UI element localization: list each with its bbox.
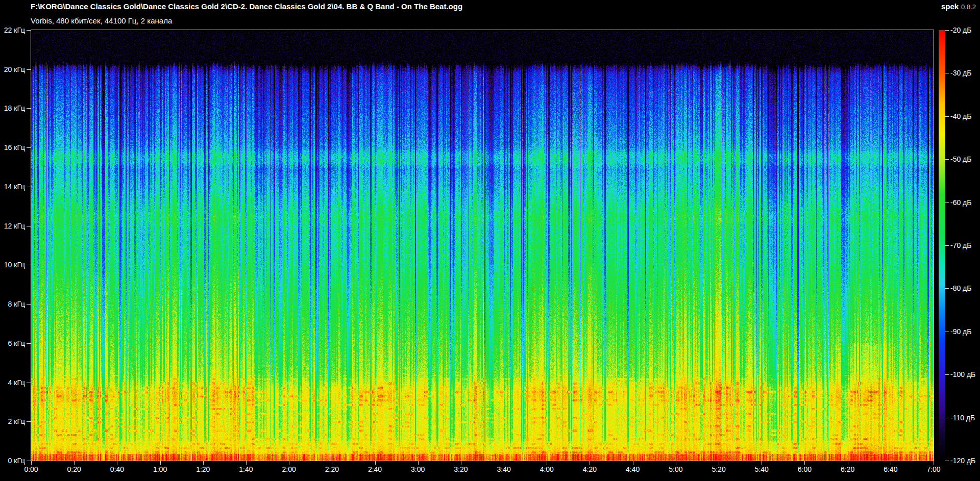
- legend-tick-label: -110 дБ: [950, 414, 975, 422]
- time-tick-label: 4:40: [617, 465, 649, 473]
- legend-tick-mark: [945, 73, 949, 73]
- time-tick-mark: [375, 461, 376, 465]
- time-tick-mark: [891, 461, 891, 465]
- freq-tick-mark: [27, 421, 31, 422]
- app-brand: spek0.8.2: [941, 2, 976, 11]
- legend-tick-label: -40 дБ: [950, 112, 971, 120]
- freq-tick-mark: [27, 304, 31, 305]
- freq-tick-label: 10 кГц: [0, 261, 25, 269]
- time-tick-mark: [762, 461, 762, 465]
- legend-tick-mark: [945, 202, 949, 203]
- legend-tick-mark: [945, 418, 949, 418]
- time-tick-mark: [203, 461, 204, 465]
- file-path-title: F:\KORG\Dance Classics Gold\Dance Classi…: [31, 2, 462, 11]
- legend-tick-label: -20 дБ: [950, 26, 971, 34]
- time-tick-label: 4:20: [573, 465, 606, 473]
- legend-tick-label: -80 дБ: [950, 284, 971, 292]
- time-tick-label: 0:00: [15, 465, 47, 473]
- time-tick-label: 3:40: [487, 465, 520, 473]
- time-tick-label: 0:20: [58, 465, 90, 473]
- colorbar: [939, 30, 945, 461]
- freq-tick-label: 6 кГц: [0, 339, 25, 347]
- time-tick-mark: [31, 461, 32, 465]
- time-tick-mark: [590, 461, 590, 465]
- legend-tick-label: -50 дБ: [950, 155, 971, 163]
- freq-tick-label: 18 кГц: [0, 104, 25, 112]
- time-tick-mark: [418, 461, 419, 465]
- legend-tick-mark: [945, 116, 949, 117]
- time-tick-mark: [504, 461, 504, 465]
- time-tick-mark: [804, 461, 805, 465]
- freq-tick-mark: [27, 265, 31, 265]
- time-tick-mark: [547, 461, 547, 465]
- time-tick-label: 6:00: [788, 465, 821, 473]
- time-tick-mark: [848, 461, 848, 465]
- freq-tick-label: 8 кГц: [0, 300, 25, 308]
- stream-info: Vorbis, 480 кбит/сек, 44100 Гц, 2 канала: [31, 16, 172, 25]
- freq-tick-mark: [27, 30, 31, 31]
- time-tick-mark: [934, 461, 934, 465]
- freq-tick-label: 2 кГц: [0, 417, 25, 425]
- legend-tick-label: -100 дБ: [950, 370, 975, 378]
- app-name: spek: [941, 2, 959, 11]
- legend-tick-label: -30 дБ: [950, 69, 971, 77]
- time-tick-label: 5:00: [659, 465, 692, 473]
- legend-tick-mark: [945, 245, 949, 246]
- freq-tick-label: 4 кГц: [0, 378, 25, 387]
- freq-tick-mark: [27, 187, 31, 187]
- freq-tick-mark: [27, 461, 31, 461]
- time-tick-mark: [633, 461, 633, 465]
- time-tick-label: 4:00: [530, 465, 563, 473]
- time-tick-label: 3:00: [402, 465, 434, 473]
- time-tick-label: 7:00: [917, 465, 950, 473]
- time-tick-label: 5:40: [745, 465, 778, 473]
- time-tick-label: 2:00: [273, 465, 305, 473]
- legend-tick-mark: [945, 159, 949, 160]
- time-tick-mark: [74, 461, 75, 465]
- time-tick-label: 1:40: [230, 465, 262, 473]
- freq-tick-label: 16 кГц: [0, 143, 25, 151]
- time-tick-mark: [117, 461, 117, 465]
- spectrogram-canvas: [31, 30, 934, 461]
- time-tick-mark: [160, 461, 161, 465]
- legend-tick-label: -60 дБ: [950, 198, 971, 207]
- freq-tick-label: 0 кГц: [0, 457, 25, 465]
- time-tick-mark: [246, 461, 247, 465]
- freq-tick-mark: [27, 147, 31, 148]
- legend-tick-label: -70 дБ: [950, 241, 971, 249]
- time-tick-mark: [289, 461, 289, 465]
- freq-tick-label: 20 кГц: [0, 65, 25, 73]
- freq-tick-mark: [27, 108, 31, 109]
- freq-tick-mark: [27, 226, 31, 226]
- time-tick-label: 5:20: [702, 465, 735, 473]
- legend-tick-mark: [945, 288, 949, 289]
- legend-tick-mark: [945, 374, 949, 375]
- legend-tick-label: -120 дБ: [950, 457, 975, 465]
- time-tick-mark: [676, 461, 676, 465]
- spek-window: F:\KORG\Dance Classics Gold\Dance Classi…: [0, 0, 980, 481]
- time-tick-label: 1:20: [187, 465, 219, 473]
- legend-tick-mark: [945, 332, 949, 332]
- legend-tick-mark: [945, 461, 949, 461]
- freq-tick-label: 22 кГц: [0, 26, 25, 34]
- legend-tick-mark: [945, 30, 949, 31]
- time-tick-label: 3:20: [445, 465, 477, 473]
- time-tick-label: 1:00: [144, 465, 177, 473]
- freq-tick-mark: [27, 343, 31, 344]
- freq-tick-label: 14 кГц: [0, 183, 25, 191]
- time-tick-mark: [332, 461, 332, 465]
- app-version: 0.8.2: [961, 3, 976, 11]
- time-tick-label: 0:40: [101, 465, 133, 473]
- freq-tick-label: 12 кГц: [0, 222, 25, 230]
- time-tick-label: 6:40: [874, 465, 907, 473]
- time-tick-label: 2:20: [315, 465, 348, 473]
- time-tick-mark: [719, 461, 719, 465]
- time-tick-mark: [461, 461, 461, 465]
- legend-tick-label: -90 дБ: [950, 327, 971, 336]
- time-tick-label: 6:20: [831, 465, 864, 473]
- time-tick-label: 2:40: [359, 465, 391, 473]
- freq-tick-mark: [27, 383, 31, 383]
- freq-tick-mark: [27, 69, 31, 70]
